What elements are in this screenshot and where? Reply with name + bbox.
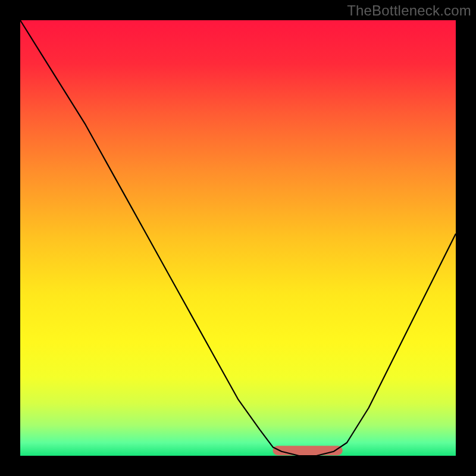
watermark-text: TheBottleneck.com [347,2,471,19]
bottleneck-chart [0,0,476,476]
optimal-range-marker [273,446,343,455]
chart-frame: TheBottleneck.com [0,0,476,476]
plot-background [20,20,456,456]
